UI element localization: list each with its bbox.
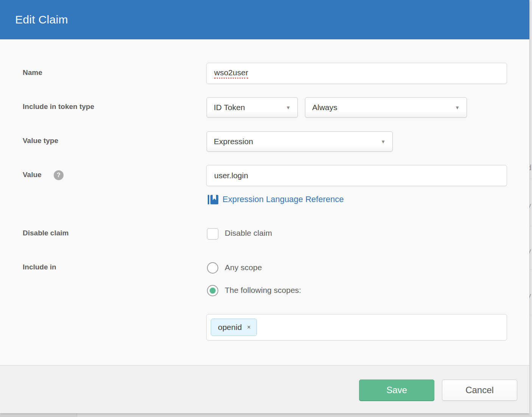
background-row-divider — [529, 179, 532, 179]
save-button[interactable]: Save — [359, 380, 434, 401]
token-type-label: Include in token type — [23, 103, 94, 111]
disable-claim-checkbox[interactable] — [207, 228, 218, 240]
scopes-input[interactable]: openid × — [206, 314, 507, 341]
value-type-select[interactable]: Expression ▼ — [207, 131, 393, 152]
background-page-bottom-strip — [0, 413, 532, 417]
background-row-divider — [529, 226, 532, 226]
following-scopes-radio[interactable] — [207, 285, 218, 296]
name-input[interactable]: wso2user — [206, 63, 507, 84]
clipped-background-text: y — [529, 201, 532, 209]
disable-claim-checkbox-label: Disable claim — [225, 229, 272, 238]
background-sidebar-divider — [76, 413, 77, 417]
name-input-value: wso2user — [214, 68, 248, 79]
token-condition-select[interactable]: Always ▼ — [305, 97, 467, 118]
value-label: Value — [23, 171, 42, 179]
dialog-header: Edit Claim — [0, 0, 529, 39]
background-sidebar-edge — [0, 413, 76, 417]
help-icon[interactable]: ? — [54, 170, 64, 180]
value-input-value: user.login — [214, 171, 248, 180]
name-label: Name — [23, 68, 42, 77]
chevron-down-icon: ▼ — [286, 105, 291, 110]
token-condition-selected-value: Always — [312, 103, 338, 112]
screen: d y y y Edit Claim Name wso2user Include… — [0, 0, 532, 417]
scope-tag-label: openid — [218, 323, 242, 332]
any-scope-radio-label: Any scope — [225, 263, 262, 272]
background-row-divider — [529, 269, 532, 270]
reference-link-text: Expression Language Reference — [222, 194, 344, 204]
token-type-select[interactable]: ID Token ▼ — [207, 97, 298, 118]
dialog-footer: Save Cancel — [0, 365, 529, 413]
chevron-down-icon: ▼ — [455, 105, 460, 110]
value-input[interactable]: user.login — [206, 165, 507, 186]
clipped-background-text: y — [529, 247, 532, 255]
disable-claim-label: Disable claim — [23, 229, 68, 237]
remove-tag-icon[interactable]: × — [247, 324, 250, 330]
expression-language-reference-link[interactable]: Expression Language Reference — [207, 194, 344, 205]
scope-tag: openid × — [211, 319, 257, 336]
clipped-background-text: y — [529, 291, 532, 299]
token-type-selected-value: ID Token — [214, 103, 245, 112]
book-reference-icon — [207, 194, 219, 205]
background-page-right-sliver: d y y y — [529, 0, 532, 417]
background-row-divider — [529, 315, 532, 315]
any-scope-radio[interactable] — [207, 262, 218, 274]
edit-claim-dialog: Edit Claim Name wso2user Include in toke… — [0, 0, 529, 413]
chevron-down-icon: ▼ — [381, 139, 386, 145]
clipped-background-text: d — [529, 163, 532, 171]
value-type-label: Value type — [23, 137, 58, 145]
following-scopes-radio-label: The following scopes: — [225, 286, 301, 295]
dialog-title: Edit Claim — [15, 13, 68, 26]
cancel-button[interactable]: Cancel — [442, 380, 517, 401]
value-type-selected-value: Expression — [214, 137, 253, 146]
include-in-label: Include in — [23, 263, 56, 271]
